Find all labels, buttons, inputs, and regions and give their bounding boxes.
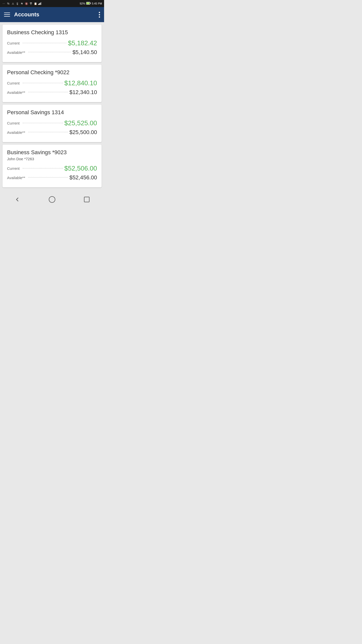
svg-rect-4 [41,2,42,5]
recents-button[interactable] [79,192,94,207]
current-balance-row-1: Current $5,182.42 [7,39,97,47]
time: 5:45 PM [92,2,102,5]
available-amount-4: $52,456.00 [69,174,97,181]
available-label-4: Available** [7,176,25,180]
current-amount-2: $12,840.10 [64,79,97,87]
dotted-line [23,83,63,83]
navigation-bar [0,192,104,207]
dotted-line [28,132,68,132]
account-card-2[interactable]: Personal Checking *9022 Current $12,840.… [3,65,102,102]
svg-rect-1 [38,4,39,5]
warning-icon: ⚠ [11,2,15,5]
svg-rect-7 [86,2,89,4]
account-card-3[interactable]: Personal Savings 1314 Current $25,525.00… [3,105,102,142]
signal-icon [38,2,42,5]
svg-point-0 [31,4,31,5]
battery-percentage: 92% [80,2,85,5]
current-amount-3: $25,525.00 [64,119,97,127]
dotted-line [28,92,68,92]
current-label-3: Current [7,121,20,125]
account-name-4: Business Savings *9023 [7,149,97,156]
menu-button[interactable] [4,13,10,17]
home-button[interactable] [44,192,60,207]
nfc-icon: N [20,2,24,5]
available-amount-1: $5,140.50 [72,49,97,56]
mute-icon: 🔇 [25,2,28,5]
app-icons: ⋯ [2,2,6,5]
account-subtitle-4: John Doe *7263 [7,157,97,161]
available-amount-3: $25,500.00 [69,129,97,136]
svg-rect-3 [40,3,41,5]
current-label-1: Current [7,41,20,45]
battery-icon [86,2,91,5]
available-label-3: Available** [7,130,25,135]
current-balance-row-2: Current $12,840.10 [7,79,97,87]
file-icon: 📋 [34,2,37,5]
svg-rect-6 [90,3,90,4]
available-label-2: Available** [7,90,25,95]
dotted-line [28,52,71,52]
svg-point-8 [49,196,55,203]
account-card-1[interactable]: Business Checking 1315 Current $5,182.42… [3,25,102,62]
dotted-line [23,123,63,123]
current-amount-4: $52,506.00 [64,165,97,172]
page-title: Accounts [14,11,99,18]
available-balance-row-3: Available** $25,500.00 [7,129,97,136]
dotted-line [28,177,68,178]
status-bar-left: ⋯ % ⚠ N 🔇 📋 [2,2,42,5]
app-bar: Accounts [0,7,104,22]
available-balance-row-1: Available** $5,140.50 [7,49,97,56]
status-bar-right: 92% 5:45 PM [80,2,102,5]
bluetooth-icon [16,2,19,5]
available-label-1: Available** [7,50,25,55]
back-button[interactable] [10,192,25,207]
current-amount-1: $5,182.42 [68,39,97,47]
account-card-4[interactable]: Business Savings *9023 John Doe *7263 Cu… [3,145,102,187]
percent-icon: % [7,2,10,5]
account-name-1: Business Checking 1315 [7,29,97,36]
available-amount-2: $12,340.10 [69,89,97,96]
available-balance-row-4: Available** $52,456.00 [7,174,97,181]
dotted-line [23,168,63,169]
svg-rect-9 [84,197,89,202]
current-label-2: Current [7,81,20,85]
more-options-button[interactable] [99,12,100,18]
account-name-2: Personal Checking *9022 [7,69,97,76]
account-name-3: Personal Savings 1314 [7,109,97,116]
available-balance-row-2: Available** $12,340.10 [7,89,97,96]
wifi-icon [29,2,33,5]
current-balance-row-4: Current $52,506.00 [7,165,97,172]
accounts-list: Business Checking 1315 Current $5,182.42… [0,22,104,190]
current-label-4: Current [7,166,20,171]
svg-rect-2 [39,3,40,5]
current-balance-row-3: Current $25,525.00 [7,119,97,127]
dotted-line [23,43,66,43]
status-bar: ⋯ % ⚠ N 🔇 📋 92% [0,0,104,7]
